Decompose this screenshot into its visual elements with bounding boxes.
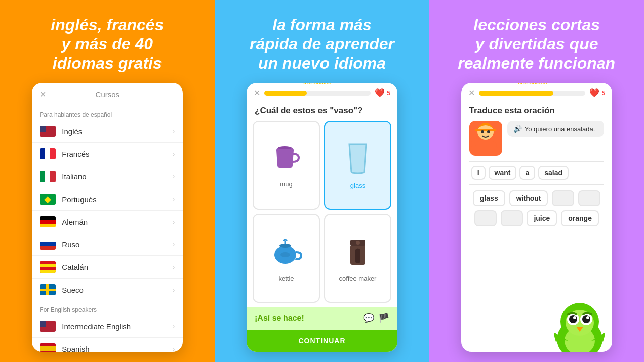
list-item[interactable]: Sueco ›: [32, 279, 183, 301]
chevron-right-icon: ›: [173, 172, 175, 180]
svg-point-21: [586, 316, 589, 319]
chevron-right-icon: ›: [173, 240, 175, 248]
glass-label: glass: [350, 182, 365, 189]
course-name: Catalán: [62, 263, 172, 272]
chevron-right-icon: ›: [173, 286, 175, 294]
list-item[interactable]: Catalán ›: [32, 256, 183, 279]
trans-header: ✕ 10 SEGUIDAS ❤️ 5: [461, 83, 612, 103]
list-item[interactable]: Ruso ›: [32, 233, 183, 256]
word-chip-empty-3: [474, 210, 497, 226]
svg-point-20: [582, 315, 590, 323]
flag-us: [40, 126, 56, 137]
word-bank: glass without juice orange: [461, 190, 612, 226]
course-name: Ruso: [62, 240, 172, 249]
course-name-intermediate: Intermediate English: [62, 322, 172, 331]
course-name-spanish: Spanish: [62, 345, 172, 352]
section2-label: For English speakers: [32, 301, 183, 315]
panel-quiz: la forma más rápida de aprender un nuevo…: [215, 0, 430, 362]
list-item[interactable]: Francés ›: [32, 143, 183, 165]
mug-label: mug: [280, 180, 292, 188]
quiz-option-kettle[interactable]: kettle: [253, 214, 320, 303]
quiz-feedback-bar: ¡Así se hace! 💬 🏴: [247, 307, 397, 330]
list-item[interactable]: Portugués ›: [32, 188, 183, 211]
answer-word-1[interactable]: I: [471, 166, 486, 180]
list-item[interactable]: Italiano ›: [32, 165, 183, 188]
svg-point-18: [573, 316, 576, 319]
sound-icon[interactable]: 🔊: [513, 125, 522, 133]
progress-fill: [264, 90, 307, 96]
heart-icon-3: ❤️: [589, 88, 599, 98]
list-item[interactable]: Alemán ›: [32, 211, 183, 233]
coffee-maker-icon: [343, 235, 373, 273]
close-icon-3[interactable]: ✕: [468, 88, 475, 98]
answer-area[interactable]: I want a salad: [469, 161, 604, 185]
kettle-icon: [270, 235, 303, 273]
chevron-right-icon: ›: [173, 195, 175, 203]
glass-icon: [345, 142, 370, 179]
continue-button[interactable]: CONTINUAR: [247, 330, 397, 352]
word-chip-without[interactable]: without: [509, 190, 548, 206]
svg-point-17: [569, 315, 577, 323]
chevron-right-icon: ›: [173, 127, 175, 135]
quiz-header: ✕ 3 SEGUIDAS ❤️ 5: [247, 83, 397, 103]
svg-rect-9: [475, 129, 496, 131]
panel-translate: lecciones cortas y divertidas que realme…: [429, 0, 644, 362]
streak-badge-3: 10 SEGUIDAS: [517, 83, 547, 85]
chevron-right-icon: ›: [173, 345, 175, 352]
svg-point-3: [280, 252, 290, 257]
panel3-title: lecciones cortas y divertidas que realme…: [458, 15, 615, 73]
speech-bubble: 🔊 Yo quiero una ensalada.: [507, 121, 604, 137]
character-area: 🔊 Yo quiero una ensalada.: [461, 121, 612, 161]
chat-icon[interactable]: 💬: [363, 313, 374, 324]
word-chip-empty-1: [552, 190, 574, 206]
chevron-right-icon: ›: [173, 322, 175, 330]
word-chip-juice[interactable]: juice: [527, 210, 557, 226]
phone2: ✕ 3 SEGUIDAS ❤️ 5 ¿Cuál de estos es "vas…: [247, 83, 397, 352]
quiz-option-mug[interactable]: mug: [253, 121, 320, 210]
panel-languages: inglés, francés y más de 40 idiomas grat…: [0, 0, 215, 362]
word-chip-orange[interactable]: orange: [561, 210, 599, 226]
flag-ru: [40, 239, 56, 250]
heart-icon: ❤️: [375, 88, 385, 98]
quiz-question: ¿Cuál de estos es "vaso"?: [247, 103, 397, 121]
panel2-title: la forma más rápida de aprender un nuevo…: [250, 15, 394, 73]
courses-title: Cursos: [96, 90, 120, 99]
phone1: ✕ Cursos Para hablantes de español Inglé…: [32, 83, 183, 352]
course-name: Italiano: [62, 172, 172, 181]
quiz-option-coffee-maker[interactable]: coffee maker: [324, 214, 391, 303]
word-chip-glass[interactable]: glass: [473, 190, 505, 206]
svg-point-10: [481, 130, 484, 133]
phone3: ✕ 10 SEGUIDAS ❤️ 5 Traduce esta oración: [461, 83, 612, 352]
flag-de: [40, 216, 56, 227]
close-icon[interactable]: ✕: [254, 88, 260, 98]
mug-icon: [271, 143, 301, 178]
hearts-display-3: ❤️ 5: [589, 88, 605, 98]
chevron-right-icon: ›: [173, 218, 175, 226]
course-name: Inglés: [62, 127, 172, 136]
answer-word-3[interactable]: a: [519, 166, 535, 180]
flag-es: [40, 343, 56, 352]
flag-fr: [40, 148, 56, 159]
word-chip-empty-4: [501, 210, 523, 226]
course-name: Alemán: [62, 218, 172, 226]
coffee-maker-label: coffee maker: [339, 275, 377, 282]
course-name: Sueco: [62, 286, 172, 294]
quiz-option-glass[interactable]: glass: [324, 121, 391, 210]
progress-bar-3: 10 SEGUIDAS: [479, 90, 586, 96]
answer-word-4[interactable]: salad: [538, 166, 569, 180]
flag-us-2: [40, 321, 56, 332]
chevron-right-icon: ›: [173, 263, 175, 271]
list-item[interactable]: Intermediate English ›: [32, 315, 183, 338]
section1-label: Para hablantes de español: [32, 106, 183, 120]
answer-word-2[interactable]: want: [489, 166, 517, 180]
list-item[interactable]: Spanish ›: [32, 338, 183, 352]
hearts-count-3: 5: [601, 89, 605, 97]
svg-point-0: [278, 146, 292, 149]
course-name: Francés: [62, 150, 172, 158]
list-item[interactable]: Inglés ›: [32, 120, 183, 143]
hearts-count: 5: [387, 89, 390, 97]
flag-br: [40, 194, 56, 205]
close-icon[interactable]: ✕: [40, 89, 46, 99]
kettle-label: kettle: [278, 275, 294, 282]
flag-feedback-icon[interactable]: 🏴: [378, 313, 389, 324]
